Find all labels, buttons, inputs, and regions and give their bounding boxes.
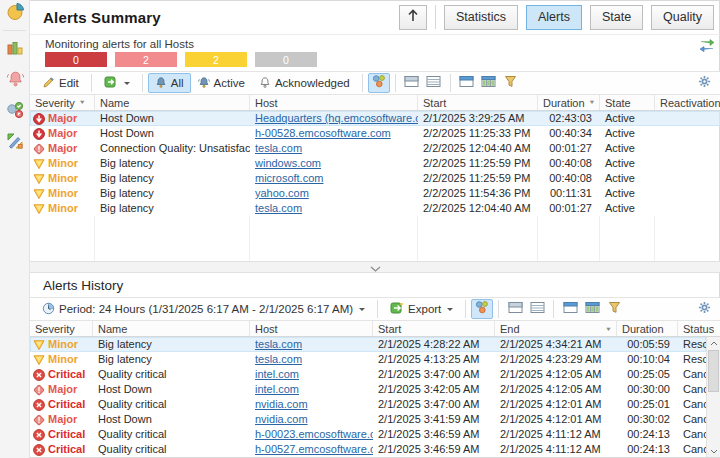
col-reactivation[interactable]: Reactivation ... (655, 95, 720, 110)
bell-ringing-icon (198, 76, 210, 91)
host-link[interactable]: tesla.com (255, 338, 302, 350)
period-button[interactable]: Period: 24 Hours (1/31/2025 6:17 AM - 2/… (35, 299, 372, 319)
alert-count-badge: 0 (45, 52, 107, 67)
col-state[interactable]: State (600, 95, 655, 110)
settings-button[interactable] (693, 299, 715, 319)
table-header-icon (563, 300, 578, 318)
col-duration[interactable]: Duration (617, 321, 678, 336)
table-row[interactable]: CriticalQuality criticalh-00023.emcosoft… (30, 427, 706, 442)
sidebar-item-statistics[interactable] (0, 37, 30, 63)
table-row[interactable]: MinorBig latencyyahoo.com2/2/2025 11:54:… (30, 186, 720, 201)
col-severity[interactable]: Severity▼ (30, 95, 95, 110)
table-row[interactable]: MinorBig latencywindows.com2/2/2025 11:2… (30, 156, 720, 171)
host-cell: nvidia.com (250, 412, 373, 427)
nav-button-quality[interactable]: Quality (651, 5, 714, 30)
table-row[interactable]: MajorConnection Quality: Unsatisfactoryt… (30, 141, 720, 156)
green-action-icon (104, 75, 118, 91)
color-groups-toggle[interactable] (368, 73, 390, 93)
column-chooser-button[interactable] (581, 299, 603, 319)
sidebar-item-summary[interactable] (0, 0, 30, 26)
host-link[interactable]: intel.com (255, 368, 299, 380)
host-link[interactable]: tesla.com (255, 353, 302, 365)
nav-button-state[interactable]: State (590, 5, 643, 30)
host-link[interactable]: h-00528.emcosoftware.com (255, 127, 391, 139)
show-header-button[interactable] (456, 73, 478, 93)
alert-actions-button[interactable] (97, 73, 137, 93)
filter-all-button[interactable]: All (148, 73, 191, 93)
scroll-down-icon[interactable] (707, 445, 720, 457)
show-header-button[interactable] (559, 299, 581, 319)
severity-minor-icon (33, 173, 45, 185)
host-link[interactable]: Headquarters (hq.emcosoftware.com) (255, 112, 418, 124)
host-link[interactable]: nvidia.com (255, 398, 308, 410)
table-row[interactable]: MinorBig latencytesla.com2/1/2025 4:13:2… (30, 352, 706, 367)
list-view-button[interactable] (526, 299, 548, 319)
host-link[interactable]: h-00023.emcosoftware.com (255, 428, 373, 440)
sidebar-item-quality[interactable] (0, 130, 30, 156)
pencil-icon (42, 76, 55, 91)
col-name[interactable]: Name (93, 321, 250, 336)
filter-acknowledged-button[interactable]: Acknowledged (252, 73, 357, 93)
col-end[interactable]: End▼ (495, 321, 617, 336)
filter-active-button[interactable]: Active (191, 73, 252, 93)
severity-label: Minor (48, 171, 78, 186)
table-row[interactable]: MajorHost DownHeadquarters (hq.emcosoftw… (30, 111, 720, 126)
nav-button-statistics[interactable]: Statistics (444, 5, 518, 30)
severity-label: Minor (48, 201, 78, 216)
scrollbar-thumb[interactable] (708, 350, 719, 392)
table-row[interactable]: MajorHost Downintel.com2/1/2025 3:42:05 … (30, 382, 706, 397)
color-groups-toggle[interactable] (471, 299, 493, 319)
list-view-button[interactable] (423, 73, 445, 93)
severity-label: Major (48, 382, 77, 397)
table-row[interactable]: MinorBig latencytesla.com2/2/2025 12:04:… (30, 201, 720, 216)
host-link[interactable]: microsoft.com (255, 172, 323, 184)
filter-button[interactable] (603, 299, 625, 319)
host-link[interactable]: yahoo.com (255, 187, 309, 199)
host-link[interactable]: windows.com (255, 157, 321, 169)
table-row[interactable]: MinorBig latencymicrosoft.com2/2/2025 11… (30, 171, 720, 186)
history-table-body: MinorBig latencytesla.com2/1/2025 4:28:2… (30, 337, 720, 458)
duration: 00:05:59 (617, 337, 678, 352)
table-row[interactable]: MajorHost Downnvidia.com2/1/2025 3:41:59… (30, 412, 706, 427)
host-link[interactable]: tesla.com (255, 202, 302, 214)
host-link[interactable]: h-00527.emcosoftware.com (255, 443, 373, 455)
col-duration[interactable]: Duration▼ (538, 95, 600, 110)
filter-button[interactable] (500, 73, 522, 93)
column-chooser-button[interactable] (478, 73, 500, 93)
host-cell: intel.com (250, 382, 373, 397)
host-link[interactable]: intel.com (255, 383, 299, 395)
col-start[interactable]: Start (373, 321, 495, 336)
col-host[interactable]: Host (250, 321, 373, 336)
host-link[interactable]: tesla.com (255, 142, 302, 154)
history-section-title: Alerts History (30, 273, 720, 297)
col-start[interactable]: Start (418, 95, 538, 110)
table-row[interactable]: CriticalQuality criticalnvidia.com2/1/20… (30, 397, 706, 412)
col-severity[interactable]: Severity (30, 321, 93, 336)
settings-button[interactable] (693, 73, 715, 93)
collapse-up-button[interactable] (399, 5, 427, 30)
col-name[interactable]: Name (95, 95, 250, 110)
swap-panels-button[interactable] (698, 39, 716, 57)
vertical-scrollbar[interactable] (706, 337, 720, 457)
card-view-button[interactable] (504, 299, 526, 319)
edit-button[interactable]: Edit (35, 73, 86, 93)
panel-splitter[interactable] (30, 261, 720, 273)
swap-arrows-icon (699, 39, 715, 58)
table-row[interactable]: MinorBig latencytesla.com2/1/2025 4:28:2… (30, 337, 706, 352)
table-row[interactable]: MajorHost Downh-00528.emcosoftware.com2/… (30, 126, 720, 141)
card-view-button[interactable] (401, 73, 423, 93)
table-row[interactable]: CriticalQuality criticalh-00527.emcosoft… (30, 442, 706, 457)
host-link[interactable]: nvidia.com (255, 413, 308, 425)
col-status[interactable]: Status (678, 321, 720, 336)
host-cell: windows.com (250, 156, 418, 171)
sidebar-item-alerts[interactable] (0, 68, 30, 94)
export-button[interactable]: Export (383, 299, 460, 319)
alert-name: Quality critical (93, 442, 250, 457)
col-host[interactable]: Host (250, 95, 418, 110)
toolbar-separator (395, 74, 396, 92)
nav-button-alerts[interactable]: Alerts (526, 5, 582, 30)
start-time: 2/1/2025 3:47:00 AM (373, 397, 495, 412)
scroll-up-icon[interactable] (707, 337, 720, 349)
table-row[interactable]: CriticalQuality criticalintel.com2/1/202… (30, 367, 706, 382)
sidebar-item-state[interactable] (0, 99, 30, 125)
